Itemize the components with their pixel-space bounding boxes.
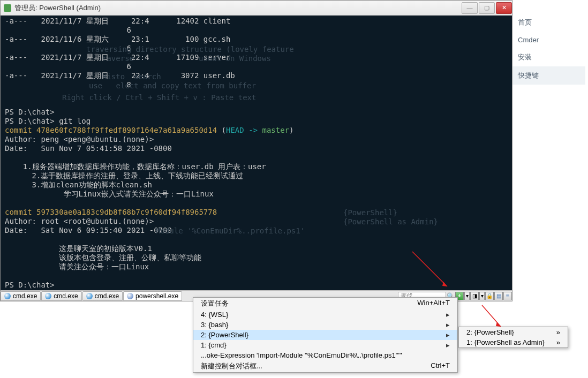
- menu-item-label: 2: {PowerShell}: [201, 331, 248, 339]
- minimize-button[interactable]: —: [462, 2, 478, 14]
- commit-msg: 这是聊天室的初始版本V0.1: [5, 244, 152, 253]
- commit-msg: 2.基于数据库操作的注册、登录、上线、下线功能已经测试通过: [5, 171, 243, 180]
- titlebar[interactable]: 管理员: PowerShell (Admin) — ▢ ✕: [1, 1, 512, 16]
- side-label: 安装: [518, 52, 532, 62]
- maximize-button[interactable]: ▢: [479, 2, 495, 14]
- side-item[interactable]: ≡Cmder: [505, 32, 585, 48]
- menu-header: 设置任务 Win+Alt+T: [193, 298, 457, 309]
- split-dropdown[interactable]: ▾: [479, 292, 485, 300]
- tab-label: powershell.exe: [135, 292, 178, 300]
- svg-marker-3: [496, 322, 501, 327]
- tab-label: cmd.exe: [95, 292, 119, 300]
- side-label: Cmder: [518, 36, 539, 44]
- powershell-icon: [127, 293, 133, 299]
- lock-icon[interactable]: 🔒: [485, 292, 494, 300]
- hint-text: Histo search: [102, 72, 161, 81]
- date-line: Date: Sun Nov 7 05:41:58 2021 -0800: [5, 144, 172, 153]
- menu-item-label: ...oke-Expression 'Import-Module ''%ConE…: [201, 351, 402, 359]
- cmd-icon: [45, 293, 51, 299]
- branch-name: master: [262, 126, 289, 134]
- submenu-arrow-icon: »: [556, 338, 560, 346]
- close-button[interactable]: ✕: [496, 2, 512, 14]
- hint-text: use elect and copy text from buffer: [89, 81, 256, 90]
- menu-item-expression[interactable]: ...oke-Expression 'Import-Module ''%ConE…: [193, 350, 457, 360]
- tab-cmd[interactable]: cmd.exe: [1, 291, 41, 301]
- menu-item-cmd[interactable]: 1: {cmd}▸: [193, 340, 457, 350]
- hint-text: traversing directory structure (lovely f…: [86, 45, 298, 54]
- hint-text: Module '%ConEmuDir%..profile.ps1': [156, 226, 305, 236]
- commit-line: commit 597330ae0a183c9db8f68b7c9f60df94f…: [5, 208, 217, 216]
- time-cont: 6: [127, 62, 131, 71]
- prompt: PS D:\chat>: [5, 281, 55, 289]
- commit-msg: 1.服务器端增加数据库操作功能，数据库名称：user.db 用户表：user: [5, 162, 266, 171]
- menu-item-label: 3: {bash}: [201, 321, 228, 329]
- menu-item-label: 2: {PowerShell}: [466, 328, 514, 336]
- head-label: HEAD ->: [226, 126, 262, 134]
- new-tab-dropdown[interactable]: ▾: [464, 292, 470, 300]
- submenu-item-powershell-admin[interactable]: 1: {PowerShell as Admin}»: [459, 337, 568, 347]
- side-label: 快捷键: [518, 71, 539, 80]
- menu-shortcut: Win+Alt+T: [417, 299, 450, 308]
- side-item[interactable]: ≡快捷键: [505, 66, 585, 85]
- hint-text: raverse: [102, 54, 134, 63]
- window-title: 管理员: PowerShell (Admin): [14, 3, 461, 13]
- submenu-item-powershell[interactable]: 2: {PowerShell}»: [459, 327, 568, 337]
- menu-item-bash[interactable]: 3: {bash}▸: [193, 320, 457, 330]
- conemu-window: 管理员: PowerShell (Admin) — ▢ ✕ -a--- 2021…: [0, 0, 512, 301]
- tab-label: cmd.exe: [13, 292, 37, 300]
- menu-title: 设置任务: [201, 299, 229, 308]
- menu-item-label: 1: {cmd}: [201, 341, 227, 349]
- author-line: Author: root <root@ubuntu.(none)>: [5, 217, 154, 225]
- tab-powershell[interactable]: powershell.exe: [123, 291, 182, 301]
- commit-msg: 学习Linux嵌入式请关注公众号：一口Linux: [5, 190, 214, 198]
- side-label: 首页: [518, 18, 532, 27]
- commit-msg: 该版本包含登录、注册、公聊、私聊等功能: [5, 253, 201, 262]
- hint-text: {PowerShell}: [343, 208, 397, 217]
- author-line: Author: peng <peng@ubuntu.(none)>: [5, 135, 154, 143]
- menu-item-label: 新建控制台对话框...: [201, 361, 262, 371]
- split-button[interactable]: ◨: [470, 292, 479, 300]
- prompt: PS D:\chat> git log: [5, 117, 91, 125]
- powershell-submenu: 2: {PowerShell}» 1: {PowerShell as Admin…: [458, 327, 568, 348]
- submenu-arrow-icon: ▸: [446, 331, 450, 339]
- terminal-output[interactable]: -a--- 2021/11/7 星期日 22:4 12402 client 6 …: [1, 16, 512, 290]
- app-icon: [4, 4, 11, 12]
- menu-shortcut: Ctrl+T: [431, 361, 450, 371]
- menu-button[interactable]: ≡: [503, 292, 512, 300]
- hint-text: {PowerShell as Admin}: [343, 217, 438, 226]
- tab-cmd[interactable]: cmd.exe: [82, 291, 123, 301]
- submenu-arrow-icon: ▸: [446, 321, 450, 329]
- commit-line: commit 478e60fc788ff9ffedf890f164e7a61a9…: [5, 126, 217, 134]
- menu-item-label: 1: {PowerShell as Admin}: [466, 338, 545, 346]
- side-nav: ≡首页 ≡Cmder ≡安装 ≡快捷键: [505, 13, 585, 85]
- menu-item-powershell[interactable]: 2: {PowerShell}▸: [193, 330, 457, 340]
- prompt: PS D:\chat>: [5, 290, 55, 290]
- file-row: -a--- 2021/11/6 星期六 23:1 100 gcc.sh: [5, 35, 230, 43]
- side-item[interactable]: ≡首页: [505, 13, 585, 32]
- time-cont: 6: [127, 26, 131, 34]
- tasks-menu: 设置任务 Win+Alt+T 4: {WSL}▸ 3: {bash}▸ 2: {…: [193, 297, 458, 373]
- hint-text: usual on Windows: [199, 54, 271, 63]
- view-button[interactable]: ▤: [494, 292, 503, 300]
- date-line: Date: Sat Nov 6 09:15:40 2021 -0700: [5, 226, 172, 235]
- side-item[interactable]: ≡安装: [505, 48, 585, 66]
- file-row: -a--- 2021/11/7 星期日 22:4 12402 client: [5, 17, 230, 25]
- commit-msg: 请关注公众号：一口Linux: [5, 262, 149, 271]
- prompt: PS D:\chat>: [5, 108, 55, 116]
- menu-item-wsl[interactable]: 4: {WSL}▸: [193, 309, 457, 320]
- svg-line-2: [482, 305, 501, 327]
- submenu-arrow-icon: »: [556, 328, 560, 336]
- commit-msg: 3.增加clean功能的脚本clean.sh: [5, 180, 152, 189]
- menu-item-label: 4: {WSL}: [201, 311, 228, 319]
- menu-item-new-console[interactable]: 新建控制台对话框...Ctrl+T: [193, 360, 457, 372]
- tab-cmd[interactable]: cmd.exe: [41, 291, 81, 301]
- cmd-icon: [86, 293, 93, 299]
- hint-text: Right click / Ctrl + Shift + v : Paste t…: [62, 93, 256, 102]
- tab-label: cmd.exe: [54, 292, 78, 300]
- submenu-arrow-icon: ▸: [446, 341, 450, 349]
- submenu-arrow-icon: ▸: [446, 311, 450, 319]
- cmd-icon: [4, 293, 11, 299]
